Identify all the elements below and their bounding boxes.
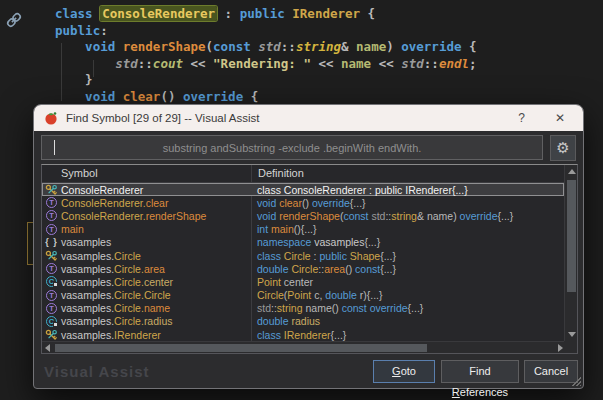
gear-icon[interactable]: ⚙ [550, 135, 576, 161]
vertical-scroll-thumb[interactable] [567, 180, 576, 292]
code-token: public [319, 250, 349, 262]
code-token: std [371, 210, 385, 222]
symbol-row[interactable]: TConsoleRenderer.renderShapevoid renderS… [42, 209, 564, 222]
refactor-link-icon[interactable] [5, 11, 23, 33]
code-token: & name) [417, 210, 460, 222]
symbol-row[interactable]: TConsoleRenderer.clearvoid clear() overr… [42, 196, 564, 209]
code-token: ConsoleRenderer [100, 6, 217, 21]
code-token: const [355, 263, 380, 275]
find-symbol-dialog: Find Symbol [29 of 29] -- Visual Assist … [33, 104, 584, 389]
visual-assist-logo: Visual Assist [44, 363, 150, 380]
code-token: class ConsoleRenderer : public IRenderer… [257, 184, 468, 196]
code-token: () [160, 89, 183, 104]
symbol-row[interactable]: { }vasamplesnamespace vasamples{...} [42, 236, 564, 249]
definition-cell: int main(){...} [257, 223, 317, 235]
code-token: vasamples. [61, 329, 114, 341]
code-token: vasamples. [61, 263, 114, 275]
symbol-cell: main [61, 223, 84, 235]
code-token: () [302, 197, 312, 209]
code-token: ; [469, 56, 477, 71]
code-token: () [345, 263, 355, 275]
list-header: Symbol Definition [42, 165, 564, 182]
code-line: class ConsoleRenderer : public IRenderer… [55, 6, 477, 23]
code-token: {...} [350, 197, 366, 209]
code-token [55, 89, 85, 104]
code-token: area [144, 263, 165, 275]
code-token: main [271, 223, 294, 235]
code-token: override [370, 302, 408, 314]
code-token: (){...} [294, 223, 317, 235]
symbol-row[interactable]: Cvasamples.Circle.radiusdouble radius [42, 315, 564, 328]
code-token: renderShape [146, 210, 207, 222]
code-token: radius [144, 315, 173, 327]
code-token: void [85, 89, 123, 104]
visual-assist-tomato-icon [44, 111, 58, 125]
symbol-row[interactable]: Cvasamples.Circle.centerPoint center [42, 275, 564, 288]
column-header-definition[interactable]: Definition [258, 167, 304, 179]
class-icon [45, 184, 58, 196]
symbol-row[interactable]: vasamples.IRendererclass IRenderer{...} [42, 328, 564, 341]
code-token: const [342, 302, 370, 314]
method-icon: T [45, 263, 58, 275]
cancel-button[interactable]: Cancel [524, 360, 578, 383]
code-token: vasamples [61, 236, 111, 248]
code-token: :: [281, 39, 296, 54]
definition-cell: double radius [257, 315, 320, 327]
code-line: public: [55, 23, 477, 40]
find-references-button[interactable]: Find References [441, 360, 519, 383]
vertical-scrollbar[interactable] [564, 165, 577, 341]
code-token: r){...} [357, 289, 383, 301]
method-icon: T [45, 210, 58, 222]
code-token [55, 39, 85, 54]
symbol-row[interactable]: Tmainint main(){...} [42, 223, 564, 236]
method-icon: T [45, 223, 58, 235]
code-token: class [257, 329, 284, 341]
code-token: vasamples. [61, 276, 114, 288]
code-token: public [240, 6, 293, 21]
symbol-row[interactable]: Tvasamples.Circle.areadouble Circle::are… [42, 262, 564, 275]
code-token: radius [291, 315, 320, 327]
scroll-right-icon[interactable] [558, 344, 563, 352]
class-icon [45, 250, 58, 262]
code-token: c, [311, 289, 325, 301]
scroll-up-icon[interactable] [568, 169, 576, 174]
scroll-down-icon[interactable] [568, 332, 576, 337]
code-token: Point [257, 276, 284, 288]
code-token: double [257, 315, 291, 327]
code-token [55, 56, 115, 71]
help-button[interactable]: ? [512, 111, 531, 125]
code-token: name [356, 39, 386, 54]
code-token: name() [303, 302, 342, 314]
app-window: class ConsoleRenderer : public IRenderer… [0, 0, 603, 400]
horizontal-scroll-thumb[interactable] [55, 344, 427, 352]
definition-cell: Point center [257, 276, 313, 288]
code-token: :: [424, 56, 439, 71]
code-token: << [371, 56, 401, 71]
code-token: void [257, 197, 279, 209]
code-token: std [401, 56, 424, 71]
column-header-symbol[interactable]: Symbol [61, 167, 98, 179]
code-token: name [144, 302, 170, 314]
scroll-left-icon[interactable] [45, 344, 50, 352]
field-icon: C [45, 315, 58, 327]
code-token: Circle. [114, 315, 144, 327]
close-icon[interactable]: ✕ [549, 111, 571, 125]
symbol-row-selected[interactable]: ConsoleRendererclass ConsoleRenderer : p… [42, 183, 564, 196]
symbol-row[interactable]: Tvasamples.Circle.CircleCircle(Point c, … [42, 289, 564, 302]
code-token: namespace [257, 236, 314, 248]
symbol-row[interactable]: vasamples.Circleclass Circle : public Sh… [42, 249, 564, 262]
symbol-cell: vasamples.Circle.name [61, 302, 170, 314]
symbol-cell: vasamples.Circle.radius [61, 315, 172, 327]
code-token: vasamples. [61, 315, 114, 327]
symbol-row[interactable]: Tvasamples.Circle.namestd::string name()… [42, 302, 564, 315]
code-token: override [460, 210, 498, 222]
code-token: void [257, 210, 279, 222]
field-icon: C [45, 276, 58, 288]
definition-cell: Circle(Point c, double r){...} [257, 289, 383, 301]
search-input[interactable] [41, 135, 543, 160]
code-token: main [61, 223, 84, 235]
code-token: void [85, 39, 123, 54]
goto-button[interactable]: Goto [373, 360, 435, 383]
resize-grip-icon[interactable] [572, 377, 581, 386]
code-token: std [257, 302, 271, 314]
